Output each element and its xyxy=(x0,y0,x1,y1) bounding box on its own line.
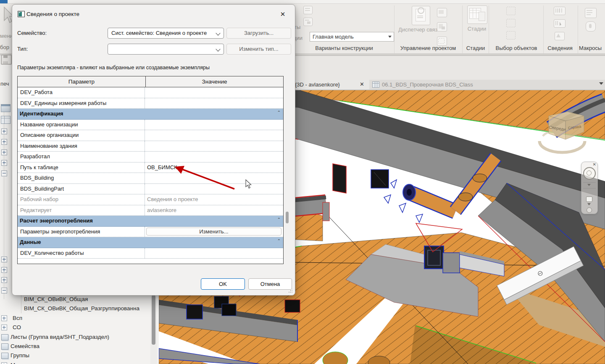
ids-icon[interactable] xyxy=(554,7,566,15)
phases-button[interactable]: Стадии xyxy=(463,25,490,33)
save-selection-icon[interactable] xyxy=(506,7,516,15)
browser-item[interactable]: BIM_СК_ОВиВК_Общая xyxy=(0,295,150,304)
tree-expander[interactable] xyxy=(1,128,7,134)
edit-value-button[interactable]: Изменить... xyxy=(146,228,281,236)
cancel-button[interactable]: Отмена xyxy=(248,278,292,290)
edit-type-button[interactable]: Изменить тип... xyxy=(226,44,291,55)
tree-expander[interactable] xyxy=(1,315,7,321)
load-button[interactable]: Загрузить... xyxy=(226,28,291,39)
project-info-dialog: Сведения о проекте ✕ Семейство: Сист. се… xyxy=(12,4,295,296)
pan-tool-icon[interactable] xyxy=(586,196,592,202)
param-value-cell[interactable]: ОВ_БИМСК xyxy=(145,162,283,173)
family-combo[interactable]: Сист. семейство: Сведения о проекте xyxy=(108,28,224,39)
tree-expander[interactable] xyxy=(1,277,7,283)
browser-item[interactable]: Всп xyxy=(0,314,150,323)
param-value-cell[interactable] xyxy=(145,173,283,183)
design-option-combo-arrow[interactable] xyxy=(385,32,394,42)
param-value-cell[interactable] xyxy=(145,120,283,130)
tree-expander[interactable] xyxy=(1,257,7,262)
panel-manage-project[interactable]: Управление проектом xyxy=(395,44,461,52)
param-value-cell[interactable] xyxy=(145,130,283,141)
dialog-scrollbar-thumb[interactable] xyxy=(286,212,289,223)
revit-window: мени бор ты ции Главная модель Диспетчер… xyxy=(0,0,605,364)
group-label: Расчет энергопотребления xyxy=(18,216,275,226)
dialog-close-icon[interactable]: ✕ xyxy=(277,9,288,19)
macro-manager-icon[interactable] xyxy=(585,8,597,18)
browser-fragment: печ xyxy=(0,81,9,87)
zoom-dropdown-icon[interactable] xyxy=(587,184,591,186)
collapse-icon[interactable]: ˆ xyxy=(275,237,283,248)
ok-button[interactable]: OK xyxy=(201,278,245,290)
design-option-icon[interactable] xyxy=(303,6,313,14)
tab-overflow-icon[interactable] xyxy=(599,82,603,85)
mini-wheel-icon[interactable] xyxy=(587,207,592,213)
tree-expander[interactable] xyxy=(1,325,7,330)
param-value-cell[interactable] xyxy=(145,248,283,259)
param-group-row[interactable]: Данныеˆ xyxy=(18,237,283,248)
view-tab-close-icon[interactable]: ✕ xyxy=(360,81,364,87)
param-value-cell[interactable]: Изменить... xyxy=(145,227,283,237)
param-group-row[interactable]: Расчет энергопотребленияˆ xyxy=(18,216,283,227)
param-value-cell[interactable]: Сведения о проекте xyxy=(145,194,283,205)
panel-macros[interactable]: Макросы xyxy=(579,44,605,52)
select-by-id-icon[interactable] xyxy=(554,19,566,28)
param-group-row[interactable]: Идентификацияˆ xyxy=(18,109,283,120)
resize-grip[interactable] xyxy=(288,289,292,293)
panel-selection[interactable]: Выбор объектов xyxy=(490,44,543,52)
panel-inquiry[interactable]: Сведения xyxy=(544,44,576,52)
browser-item-label: Листы (Группа вида/SHT_Подраздел) xyxy=(11,333,109,342)
param-table-body: DEV_РаботаDEV_Единицы измерения работыИд… xyxy=(18,87,283,259)
manage-images-icon[interactable] xyxy=(437,8,447,17)
link-manager-button[interactable]: Диспетчер связей xyxy=(398,26,439,42)
tree-expander[interactable] xyxy=(1,139,7,145)
collapse-icon[interactable]: ˆ xyxy=(275,216,283,226)
navbar-dropdown-icon[interactable] xyxy=(587,203,591,205)
tree-collapser[interactable] xyxy=(1,288,7,293)
param-row: DEV_Количество работы xyxy=(18,248,283,259)
navbar-close-icon[interactable]: ✕ xyxy=(593,162,596,167)
design-option-edit-icon[interactable] xyxy=(303,18,313,26)
param-value-cell[interactable]: avlasenkore xyxy=(145,205,283,216)
steering-wheel-icon[interactable] xyxy=(583,167,596,180)
browser-scrollbar-thumb[interactable] xyxy=(152,295,155,345)
collapse-icon[interactable]: ˆ xyxy=(275,109,283,119)
browser-item[interactable]: Семейства xyxy=(0,342,150,351)
load-selection-icon[interactable] xyxy=(506,19,516,27)
decal-types-icon[interactable] xyxy=(437,22,447,31)
browser-item[interactable]: BIM_СК_ОВиВК_Общая_Разгруппированна xyxy=(0,304,150,313)
macro-security-icon[interactable] xyxy=(586,21,596,31)
chevron-down-icon xyxy=(216,47,220,51)
param-name-cell: DEV_Единицы измерения работы xyxy=(18,98,145,109)
warnings-icon[interactable] xyxy=(555,32,565,40)
save-icon[interactable] xyxy=(1,55,12,65)
panel-phasing[interactable]: Стадии xyxy=(463,44,488,52)
ribbon-tab-strip[interactable] xyxy=(0,0,605,4)
param-value-cell[interactable] xyxy=(145,87,283,98)
panel-design-options[interactable]: Варианты конструкции xyxy=(295,44,393,52)
browser-item[interactable]: Модель xyxy=(0,361,150,364)
view-tab-schedule[interactable]: 06.1_BDS_Проверочная BDS_Class xyxy=(369,80,605,89)
view-tab-bar: {3D - avlasenkore} ✕ 06.1_BDS_Проверочна… xyxy=(290,80,605,90)
schedule-icon[interactable] xyxy=(1,104,11,112)
param-value-cell[interactable] xyxy=(145,152,283,162)
phases-icon[interactable] xyxy=(467,5,487,24)
browser-item[interactable]: Листы (Группа вида/SHT_Подраздел) xyxy=(0,333,150,342)
tree-expander[interactable] xyxy=(1,267,7,273)
browser-tree: BIM_СК_ОВиВК_ОбщаяBIM_СК_ОВиВК_Общая_Раз… xyxy=(0,295,150,364)
browser-item[interactable]: СО xyxy=(0,323,150,332)
sheet-list-icon[interactable] xyxy=(1,116,11,124)
design-option-combo[interactable]: Главная модель xyxy=(310,32,391,42)
edit-selection-icon[interactable] xyxy=(506,31,516,39)
type-combo[interactable] xyxy=(108,44,224,55)
param-value-cell[interactable] xyxy=(145,184,283,194)
tree-collapser[interactable] xyxy=(1,170,7,176)
navigation-bar[interactable]: ✕ xyxy=(581,162,598,214)
tree-expander[interactable] xyxy=(1,149,7,155)
param-value-cell[interactable] xyxy=(145,141,283,152)
tree-expander[interactable] xyxy=(1,160,7,166)
browser-item[interactable]: Группы xyxy=(0,351,150,360)
tree-expander[interactable] xyxy=(1,362,7,364)
dialog-icon xyxy=(18,11,25,17)
param-value-cell[interactable] xyxy=(145,98,283,109)
link-manager-icon[interactable] xyxy=(412,6,430,25)
